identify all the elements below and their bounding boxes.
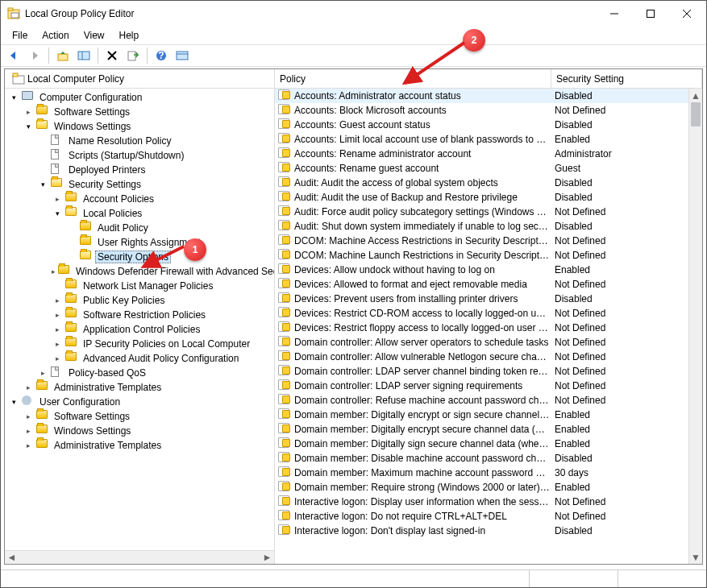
tree-item[interactable]: ▸Policy-based QoS <box>5 366 274 380</box>
scroll-left-icon[interactable]: ◄ <box>5 551 19 565</box>
show-hide-tree-button[interactable] <box>74 46 94 65</box>
list-row[interactable]: Audit: Audit the use of Backup and Resto… <box>275 190 702 205</box>
menu-help[interactable]: Help <box>113 28 146 43</box>
list-row[interactable]: Accounts: Rename guest accountGuest <box>275 161 702 176</box>
list-row[interactable]: Domain member: Digitally encrypt secure … <box>275 422 702 437</box>
chevron-down-icon[interactable]: ▾ <box>37 180 48 188</box>
chevron-down-icon[interactable]: ▾ <box>8 93 19 101</box>
list-row[interactable]: Audit: Force audit policy subcategory se… <box>275 205 702 219</box>
forward-button[interactable] <box>25 46 44 65</box>
tree-item[interactable]: Audit Policy <box>5 221 274 235</box>
export-button[interactable] <box>123 46 143 65</box>
list-row[interactable]: Accounts: Rename administrator accountAd… <box>275 147 702 161</box>
tree-item[interactable]: ▾User Configuration <box>5 395 274 409</box>
list-row[interactable]: Accounts: Limit local account use of bla… <box>275 132 702 147</box>
close-button[interactable] <box>668 2 705 26</box>
tree-item[interactable]: Scripts (Startup/Shutdown) <box>5 148 274 163</box>
tree-header[interactable]: Local Computer Policy <box>5 69 274 89</box>
tree-item[interactable]: Name Resolution Policy <box>5 134 274 148</box>
tree-item[interactable]: ▸Windows Settings <box>5 424 274 438</box>
tree-item[interactable]: ▾Local Policies <box>5 206 274 221</box>
chevron-down-icon[interactable]: ▾ <box>23 122 34 130</box>
chevron-right-icon[interactable]: ▸ <box>52 325 63 333</box>
list-row[interactable]: Audit: Shut down system immediately if u… <box>275 219 702 234</box>
menu-view[interactable]: View <box>77 28 111 43</box>
tree-item[interactable]: ▸Advanced Audit Policy Configuration <box>5 351 274 366</box>
tree-body[interactable]: ▾Computer Configuration▸Software Setting… <box>5 89 274 564</box>
properties-button[interactable] <box>173 46 192 65</box>
chevron-right-icon[interactable]: ▸ <box>23 108 34 116</box>
list-row[interactable]: Interactive logon: Do not require CTRL+A… <box>275 509 702 524</box>
list-row[interactable]: Devices: Allow undock without having to … <box>275 263 702 277</box>
minimize-button[interactable] <box>596 2 632 26</box>
chevron-down-icon[interactable]: ▾ <box>8 398 19 406</box>
list-row[interactable]: Domain member: Require strong (Windows 2… <box>275 480 702 495</box>
list-row[interactable]: Devices: Restrict CD-ROM access to local… <box>275 306 702 321</box>
tree-item[interactable]: ▸Account Policies <box>5 192 274 206</box>
tree-item[interactable]: ▸Administrative Templates <box>5 438 274 453</box>
chevron-right-icon[interactable]: ▸ <box>52 354 63 362</box>
list-row[interactable]: DCOM: Machine Launch Restrictions in Sec… <box>275 248 702 263</box>
list-row[interactable]: Devices: Restrict floppy access to local… <box>275 321 702 335</box>
list-row[interactable]: Domain controller: LDAP server channel b… <box>275 364 702 379</box>
scrollbar-thumb[interactable] <box>691 102 701 126</box>
delete-button[interactable] <box>102 46 122 65</box>
tree-item[interactable]: ▸Public Key Policies <box>5 293 274 308</box>
list-row[interactable]: Interactive logon: Display user informat… <box>275 495 702 509</box>
list-row[interactable]: Domain member: Digitally encrypt or sign… <box>275 408 702 422</box>
tree-item[interactable]: ▾Windows Settings <box>5 119 274 134</box>
chevron-right-icon[interactable]: ▸ <box>37 369 48 377</box>
tree-item[interactable]: ▾Computer Configuration <box>5 90 274 105</box>
list-row[interactable]: Domain controller: LDAP server signing r… <box>275 379 702 393</box>
vertical-scrollbar[interactable]: ▲ ▼ <box>688 89 702 564</box>
list-row[interactable]: Audit: Audit the access of global system… <box>275 176 702 190</box>
list-body[interactable]: Accounts: Administrator account statusDi… <box>275 89 702 564</box>
list-row[interactable]: Domain member: Disable machine account p… <box>275 451 702 466</box>
chevron-right-icon[interactable]: ▸ <box>52 195 63 203</box>
list-row[interactable]: Devices: Allowed to format and eject rem… <box>275 277 702 292</box>
chevron-right-icon[interactable]: ▸ <box>52 296 63 304</box>
chevron-right-icon[interactable]: ▸ <box>23 441 34 449</box>
tree-item[interactable]: Network List Manager Policies <box>5 279 274 293</box>
list-row[interactable]: Interactive logon: Don't display last si… <box>275 524 702 538</box>
help-button[interactable]: ? <box>152 46 171 65</box>
menu-file[interactable]: File <box>6 28 34 43</box>
list-row[interactable]: Accounts: Block Microsoft accountsNot De… <box>275 103 702 118</box>
tree-item[interactable]: Deployed Printers <box>5 163 274 177</box>
chevron-down-icon[interactable]: ▾ <box>52 209 63 217</box>
chevron-right-icon[interactable]: ▸ <box>23 427 34 435</box>
back-button[interactable] <box>4 46 23 65</box>
chevron-right-icon[interactable]: ▸ <box>52 311 63 319</box>
tree-item[interactable]: ▸Application Control Policies <box>5 322 274 337</box>
chevron-right-icon[interactable]: ▸ <box>23 412 34 420</box>
tree-item[interactable]: Security Options <box>5 250 274 264</box>
list-row[interactable]: Domain member: Digitally sign secure cha… <box>275 437 702 451</box>
list-row[interactable]: Accounts: Administrator account statusDi… <box>275 89 702 103</box>
list-row[interactable]: Devices: Prevent users from installing p… <box>275 292 702 306</box>
scroll-down-icon[interactable]: ▼ <box>689 550 702 564</box>
up-button[interactable] <box>53 46 73 65</box>
tree-item[interactable]: ▸IP Security Policies on Local Computer <box>5 337 274 351</box>
scroll-right-icon[interactable]: ► <box>260 551 274 565</box>
column-security-setting[interactable]: Security Setting <box>551 69 702 88</box>
tree-item[interactable]: ▸Software Settings <box>5 105 274 119</box>
list-row[interactable]: Accounts: Guest account statusDisabled <box>275 118 702 132</box>
horizontal-scrollbar[interactable]: ◄ ► <box>5 550 274 564</box>
tree-item[interactable]: ▸Software Settings <box>5 409 274 424</box>
list-row[interactable]: Domain controller: Allow server operator… <box>275 335 702 350</box>
list-row[interactable]: Domain member: Maximum machine account p… <box>275 466 702 480</box>
tree-item[interactable]: ▾Security Settings <box>5 177 274 192</box>
chevron-right-icon[interactable]: ▸ <box>23 383 34 391</box>
list-row[interactable]: Domain controller: Allow vulnerable Netl… <box>275 350 702 364</box>
list-row[interactable]: Domain controller: Refuse machine accoun… <box>275 393 702 408</box>
menu-action[interactable]: Action <box>35 28 75 43</box>
column-policy[interactable]: Policy ▲ <box>275 69 551 88</box>
maximize-button[interactable] <box>632 2 668 26</box>
chevron-right-icon[interactable]: ▸ <box>52 267 56 275</box>
chevron-right-icon[interactable]: ▸ <box>52 340 63 348</box>
tree-item[interactable]: User Rights Assignment <box>5 235 274 250</box>
list-row[interactable]: DCOM: Machine Access Restrictions in Sec… <box>275 234 702 248</box>
tree-item[interactable]: ▸Windows Defender Firewall with Advanced… <box>5 264 274 279</box>
scroll-up-icon[interactable]: ▲ <box>689 89 702 102</box>
tree-item[interactable]: ▸Administrative Templates <box>5 380 274 395</box>
